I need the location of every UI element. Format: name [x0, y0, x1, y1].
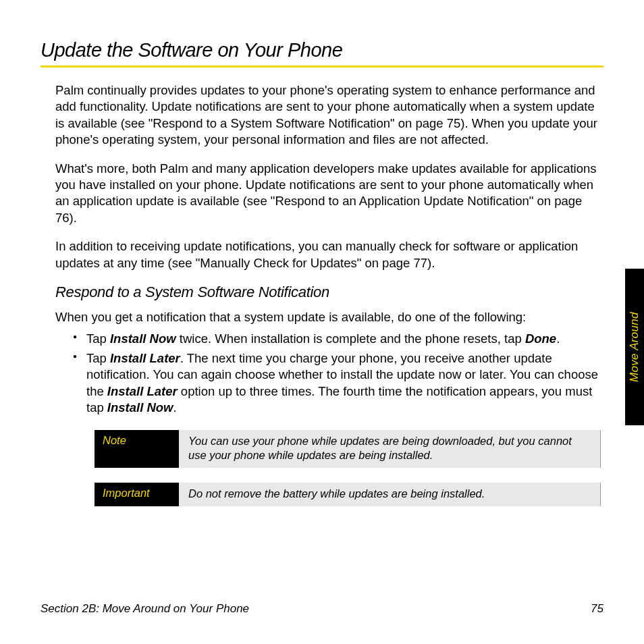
list-item: Tap Install Now twice. When installation… — [73, 331, 603, 347]
emphasis: Install Now — [107, 400, 173, 414]
list-item: Tap Install Later. The next time you cha… — [73, 350, 603, 417]
emphasis: Install Later — [107, 384, 178, 398]
emphasis: Done — [525, 331, 556, 346]
emphasis: Install Now — [110, 331, 176, 346]
side-tab: Move Around — [625, 269, 644, 425]
bullet-list: Tap Install Now twice. When installation… — [73, 331, 603, 416]
intro-paragraph-3: In addition to receiving update notifica… — [55, 238, 603, 271]
note-text: You can use your phone while updates are… — [179, 430, 600, 468]
text: twice. When installation is complete and… — [176, 331, 525, 346]
text: Tap — [86, 351, 110, 365]
intro-paragraph-1: Palm continually provides updates to you… — [55, 82, 603, 149]
note-callout: Note You can use your phone while update… — [95, 430, 601, 468]
section-heading: Respond to a System Software Notificatio… — [55, 284, 603, 301]
footer-section: Section 2B: Move Around on Your Phone — [41, 602, 249, 616]
note-label: Note — [95, 430, 179, 468]
page: Update the Software on Your Phone Palm c… — [0, 0, 644, 644]
important-callout: Important Do not remove the battery whil… — [95, 483, 601, 506]
important-label: Important — [95, 483, 179, 506]
page-title: Update the Software on Your Phone — [41, 39, 603, 68]
intro-paragraph-2: What's more, both Palm and many applicat… — [55, 161, 603, 227]
important-text: Do not remove the battery while updates … — [179, 483, 600, 506]
text: . — [556, 331, 560, 346]
text: Tap — [86, 331, 110, 346]
text: . — [173, 400, 177, 414]
emphasis: Install Later — [110, 351, 180, 365]
page-footer: Section 2B: Move Around on Your Phone 75 — [41, 602, 603, 616]
section-lead: When you get a notification that a syste… — [55, 309, 603, 325]
footer-page-number: 75 — [591, 602, 603, 616]
